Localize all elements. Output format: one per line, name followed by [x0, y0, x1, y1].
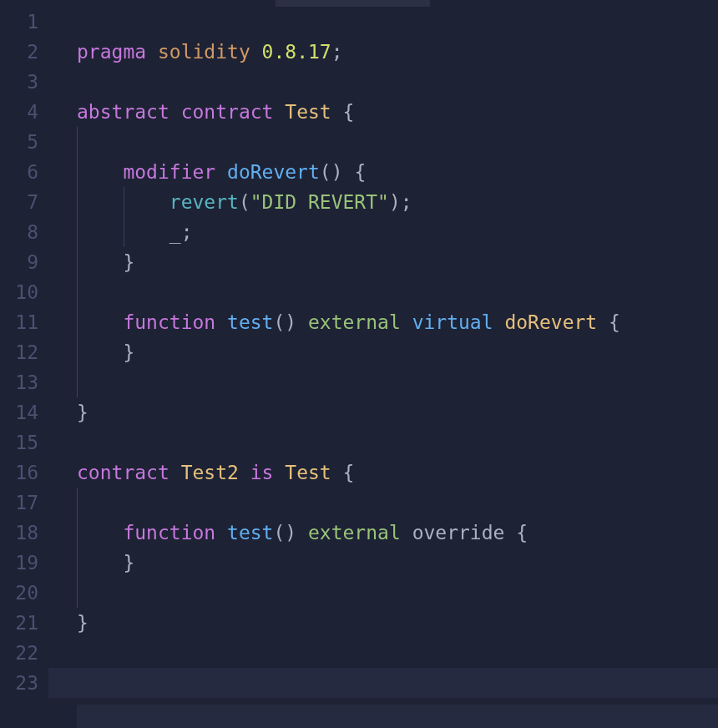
code-token[interactable]: doRevert	[504, 311, 597, 333]
line-number[interactable]: 5	[0, 127, 38, 157]
code-token[interactable]	[331, 101, 343, 123]
line-number-gutter[interactable]: 1234567891011121314151617181920212223	[0, 7, 48, 698]
code-line[interactable]: }	[77, 247, 718, 277]
line-number[interactable]: 18	[0, 518, 38, 548]
code-token[interactable]: ;	[331, 41, 343, 63]
line-number[interactable]: 12	[0, 337, 38, 367]
code-line[interactable]	[77, 367, 718, 397]
code-token[interactable]	[215, 161, 227, 183]
code-token[interactable]: external	[308, 311, 401, 333]
code-token[interactable]: 0.8.17	[262, 41, 331, 63]
code-token[interactable]: solidity	[158, 41, 250, 63]
code-line[interactable]: }	[77, 548, 718, 578]
code-token[interactable]: ()	[320, 161, 343, 183]
line-number[interactable]: 19	[0, 548, 38, 578]
line-number[interactable]: 3	[0, 67, 38, 97]
line-number[interactable]: 23	[0, 668, 38, 698]
line-number[interactable]: 9	[0, 247, 38, 277]
code-line[interactable]: function test() external override {	[77, 518, 718, 548]
code-line[interactable]	[77, 638, 718, 668]
line-number[interactable]: 15	[0, 427, 38, 458]
code-token[interactable]: }	[123, 552, 134, 574]
code-line[interactable]: pragma solidity 0.8.17;	[77, 37, 718, 67]
code-token[interactable]: Test	[285, 462, 331, 483]
code-line[interactable]: revert("DID REVERT");	[77, 187, 718, 217]
code-token[interactable]: function	[123, 311, 215, 333]
line-number[interactable]: 2	[0, 37, 38, 67]
code-token[interactable]	[215, 311, 227, 333]
code-token[interactable]: contract	[181, 101, 274, 123]
code-token[interactable]: {	[354, 161, 366, 183]
code-token[interactable]: "DID REVERT"	[250, 191, 389, 213]
code-line[interactable]	[77, 668, 718, 698]
code-token[interactable]: override	[412, 522, 505, 543]
code-token[interactable]: {	[343, 101, 355, 123]
line-number[interactable]: 22	[0, 638, 38, 668]
code-token[interactable]: {	[343, 462, 355, 483]
code-line[interactable]	[77, 277, 718, 307]
code-token[interactable]: _	[169, 221, 181, 243]
code-token[interactable]	[296, 522, 308, 543]
code-token[interactable]: function	[123, 522, 215, 543]
code-token[interactable]: ;	[401, 191, 412, 213]
code-token[interactable]	[239, 462, 250, 483]
code-line[interactable]	[77, 427, 718, 458]
code-line[interactable]	[77, 67, 718, 97]
code-token[interactable]: }	[123, 341, 134, 363]
code-token[interactable]: Test	[285, 101, 331, 123]
code-token[interactable]: }	[123, 251, 134, 273]
code-token[interactable]	[504, 522, 516, 543]
code-token[interactable]: modifier	[123, 161, 215, 183]
code-token[interactable]: Test2	[181, 462, 239, 483]
code-token[interactable]: test	[227, 522, 273, 543]
code-token[interactable]	[250, 41, 262, 63]
code-line[interactable]: abstract contract Test {	[77, 97, 718, 127]
code-line[interactable]	[77, 488, 718, 518]
code-line[interactable]	[77, 578, 718, 608]
code-token[interactable]	[343, 161, 355, 183]
code-token[interactable]: pragma	[77, 41, 146, 63]
line-number[interactable]: 16	[0, 458, 38, 488]
code-line[interactable]	[77, 127, 718, 157]
code-token[interactable]: }	[77, 612, 88, 634]
line-number[interactable]: 10	[0, 277, 38, 307]
code-token[interactable]: {	[516, 522, 528, 543]
code-token[interactable]	[331, 462, 343, 483]
line-number[interactable]: 14	[0, 397, 38, 427]
code-token[interactable]: is	[250, 462, 274, 483]
line-number[interactable]: 4	[0, 97, 38, 127]
code-token[interactable]: (	[239, 191, 250, 213]
code-editor[interactable]: 1234567891011121314151617181920212223 pr…	[0, 0, 718, 698]
line-number[interactable]: 7	[0, 187, 38, 217]
line-number[interactable]: 8	[0, 217, 38, 247]
code-token[interactable]	[296, 311, 308, 333]
code-line[interactable]: _;	[77, 217, 718, 247]
line-number[interactable]: 21	[0, 608, 38, 638]
code-token[interactable]: external	[308, 522, 401, 543]
line-number[interactable]: 20	[0, 578, 38, 608]
code-line[interactable]: modifier doRevert() {	[77, 157, 718, 187]
code-token[interactable]	[215, 522, 227, 543]
tab-indicator[interactable]	[276, 0, 430, 7]
code-token[interactable]	[273, 462, 285, 483]
line-number[interactable]: 17	[0, 488, 38, 518]
code-line[interactable]: }	[77, 397, 718, 427]
code-token[interactable]: ;	[181, 221, 193, 243]
line-number[interactable]: 6	[0, 157, 38, 187]
code-line[interactable]: function test() external virtual doRever…	[77, 307, 718, 337]
code-token[interactable]: )	[389, 191, 401, 213]
code-token[interactable]: ()	[273, 522, 296, 543]
code-token[interactable]: }	[77, 402, 88, 423]
code-line[interactable]: }	[77, 337, 718, 367]
code-area[interactable]: pragma solidity 0.8.17;abstract contract…	[48, 7, 718, 698]
code-token[interactable]: contract	[77, 462, 169, 483]
code-token[interactable]	[273, 101, 285, 123]
code-token[interactable]	[169, 462, 181, 483]
line-number[interactable]: 13	[0, 367, 38, 397]
code-token[interactable]	[597, 311, 609, 333]
code-token[interactable]: revert	[169, 191, 239, 213]
code-token[interactable]	[401, 311, 412, 333]
code-token[interactable]: ()	[273, 311, 296, 333]
code-token[interactable]: virtual	[412, 311, 493, 333]
code-token[interactable]: {	[609, 311, 620, 333]
